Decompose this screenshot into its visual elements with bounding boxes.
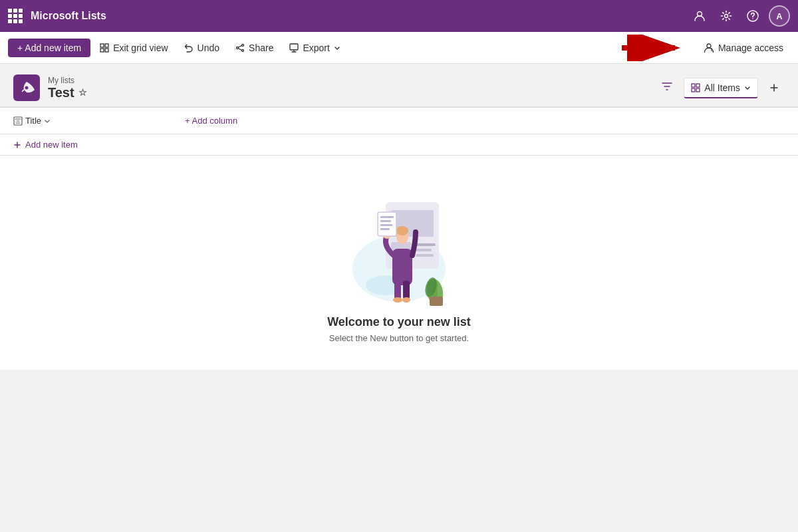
svg-rect-7 <box>105 49 108 52</box>
svg-rect-18 <box>692 88 695 92</box>
app-launcher[interactable] <box>8 9 23 23</box>
svg-rect-34 <box>403 281 410 299</box>
grid-header-row: Title + Add column <box>0 108 798 134</box>
person-icon-btn[interactable] <box>689 5 710 27</box>
grid-view-icon <box>100 43 109 53</box>
command-bar: + Add new item Exit grid view Undo <box>0 32 798 64</box>
svg-rect-5 <box>105 44 108 47</box>
export-button[interactable]: Export <box>283 39 346 57</box>
manage-access-icon <box>704 43 714 53</box>
svg-rect-41 <box>380 224 392 226</box>
favorite-star-icon[interactable]: ☆ <box>78 87 87 98</box>
svg-point-36 <box>402 297 410 303</box>
help-icon-btn[interactable] <box>742 5 763 27</box>
svg-point-8 <box>242 44 244 46</box>
svg-rect-27 <box>416 243 436 246</box>
svg-rect-46 <box>430 297 443 306</box>
person-icon <box>694 10 706 22</box>
app-title: Microsoft Lists <box>31 10 689 22</box>
welcome-subtitle: Select the New button to get started. <box>329 333 469 343</box>
undo-icon <box>184 43 194 53</box>
export-chevron-icon <box>334 45 340 51</box>
arrow-svg <box>618 35 685 61</box>
svg-rect-6 <box>100 49 104 52</box>
svg-rect-11 <box>290 44 298 50</box>
add-row-icon <box>13 141 21 149</box>
title-column-header[interactable]: Title <box>13 116 180 126</box>
filter-icon <box>661 80 673 92</box>
svg-rect-33 <box>394 281 401 299</box>
my-lists-label: My lists <box>48 76 87 85</box>
red-arrow-indicator <box>618 35 685 61</box>
add-row-label: Add new item <box>25 140 78 150</box>
empty-state: Aa <box>0 156 798 370</box>
svg-rect-29 <box>416 254 434 257</box>
view-icon <box>691 83 700 92</box>
grid-dots-icon <box>8 9 23 23</box>
svg-point-15 <box>25 86 29 90</box>
svg-rect-28 <box>416 249 432 251</box>
rocket-icon <box>19 80 35 96</box>
list-name-text: Test <box>48 85 74 100</box>
svg-rect-42 <box>380 228 390 230</box>
svg-point-14 <box>707 44 711 48</box>
share-icon <box>235 43 245 53</box>
svg-point-1 <box>725 15 728 18</box>
title-col-icon <box>13 116 23 126</box>
add-view-icon <box>769 82 779 93</box>
list-icon <box>13 74 40 101</box>
page-header: My lists Test ☆ All Items <box>0 64 798 106</box>
svg-rect-4 <box>100 44 104 47</box>
list-name-row: Test ☆ <box>48 85 87 100</box>
manage-access-button[interactable]: Manage access <box>697 39 790 57</box>
svg-point-9 <box>242 49 244 51</box>
filter-button[interactable] <box>656 76 678 100</box>
view-label: All Items <box>704 82 740 93</box>
user-avatar[interactable]: A <box>769 5 790 27</box>
settings-icon <box>720 10 732 22</box>
help-icon <box>747 10 759 22</box>
exit-grid-view-button[interactable]: Exit grid view <box>93 39 174 57</box>
add-column-button[interactable]: + Add column <box>180 113 243 128</box>
add-view-button[interactable] <box>763 77 785 98</box>
empty-illustration: Aa <box>339 182 459 315</box>
svg-point-3 <box>752 18 753 19</box>
svg-rect-16 <box>692 84 695 87</box>
svg-rect-40 <box>380 220 391 222</box>
add-new-item-row[interactable]: Add new item <box>0 134 798 156</box>
add-new-item-button[interactable]: + Add new item <box>8 39 90 57</box>
svg-point-31 <box>396 226 408 235</box>
svg-point-35 <box>393 297 402 303</box>
svg-rect-17 <box>696 84 700 87</box>
view-selector[interactable]: All Items <box>684 78 758 98</box>
welcome-title: Welcome to your new list <box>327 315 471 329</box>
toolbar-left-group: + Add new item Exit grid view Undo <box>8 39 697 57</box>
undo-button[interactable]: Undo <box>178 39 226 57</box>
top-navbar: Microsoft Lists A <box>0 0 798 32</box>
share-button[interactable]: Share <box>229 39 280 57</box>
nav-icon-group: A <box>689 5 790 27</box>
header-right-group: All Items <box>656 76 785 100</box>
title-col-label: Title <box>25 116 41 126</box>
toolbar-right-group: Manage access <box>697 39 790 57</box>
grid-area: Title + Add column Add new item Aa <box>0 107 798 370</box>
svg-rect-39 <box>380 216 394 218</box>
svg-rect-19 <box>696 88 700 92</box>
export-icon <box>289 43 299 53</box>
svg-point-10 <box>237 47 239 49</box>
view-chevron-icon <box>744 84 751 91</box>
list-meta: My lists Test ☆ <box>48 76 87 100</box>
settings-icon-btn[interactable] <box>716 5 737 27</box>
list-title-area: My lists Test ☆ <box>13 74 87 101</box>
title-col-chevron <box>44 118 51 124</box>
